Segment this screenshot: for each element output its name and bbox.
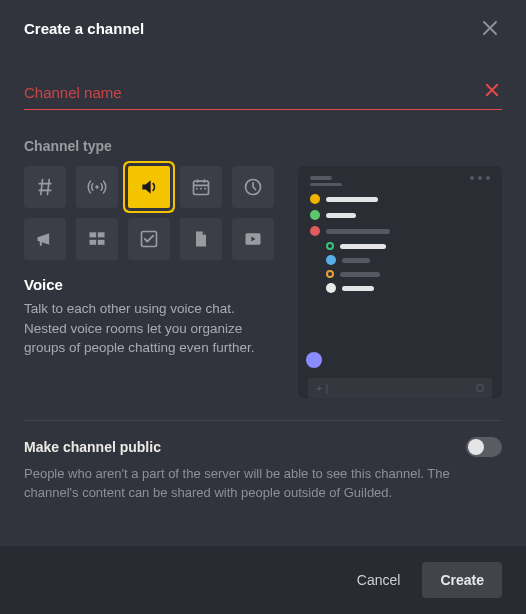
- channel-type-row: Voice Talk to each other using voice cha…: [24, 166, 502, 398]
- channel-name-field: [24, 78, 502, 110]
- divider: [24, 420, 502, 421]
- cancel-button[interactable]: Cancel: [349, 564, 409, 596]
- public-toggle[interactable]: [466, 437, 502, 457]
- create-channel-modal: Create a channel Channel type: [0, 0, 526, 614]
- video-icon: [243, 229, 263, 249]
- create-button[interactable]: Create: [422, 562, 502, 598]
- modal-header: Create a channel: [0, 0, 526, 52]
- clock-icon: [243, 177, 263, 197]
- type-voice[interactable]: [128, 166, 170, 208]
- document-icon: [191, 229, 211, 249]
- public-help-text: People who aren't a part of the server w…: [24, 465, 502, 503]
- close-icon: [482, 20, 498, 36]
- svg-rect-8: [90, 240, 97, 245]
- type-calendar[interactable]: [180, 166, 222, 208]
- type-title: Voice: [24, 276, 274, 293]
- close-button[interactable]: [478, 16, 502, 40]
- broadcast-icon: [87, 177, 107, 197]
- calendar-icon: [191, 177, 211, 197]
- svg-rect-4: [204, 188, 206, 190]
- channel-type-grid: [24, 166, 274, 260]
- hash-icon: [35, 177, 55, 197]
- checkbox-icon: [139, 229, 159, 249]
- megaphone-icon: [35, 229, 55, 249]
- modal-title: Create a channel: [24, 20, 144, 37]
- svg-rect-3: [200, 188, 202, 190]
- plus-icon: + |: [316, 383, 328, 394]
- channel-preview: + |: [298, 166, 502, 398]
- toggle-knob: [468, 439, 484, 455]
- type-announcements[interactable]: [24, 218, 66, 260]
- svg-rect-2: [196, 188, 198, 190]
- speaker-icon: [139, 177, 159, 197]
- public-label: Make channel public: [24, 439, 161, 455]
- type-todo[interactable]: [128, 218, 170, 260]
- type-docs[interactable]: [180, 218, 222, 260]
- type-media[interactable]: [232, 218, 274, 260]
- svg-point-0: [95, 185, 98, 188]
- kanban-icon: [87, 229, 107, 249]
- public-row: Make channel public: [24, 437, 502, 457]
- type-stream[interactable]: [76, 166, 118, 208]
- svg-rect-6: [90, 232, 97, 237]
- type-description: Voice Talk to each other using voice cha…: [24, 276, 274, 358]
- type-list[interactable]: [76, 218, 118, 260]
- close-icon: [485, 83, 499, 97]
- svg-rect-7: [98, 232, 105, 237]
- channel-name-input[interactable]: [24, 78, 502, 110]
- clear-name-button[interactable]: [482, 80, 502, 100]
- type-text[interactable]: [24, 166, 66, 208]
- type-detail: Talk to each other using voice chat. Nes…: [24, 299, 274, 358]
- channel-type-label: Channel type: [24, 138, 502, 154]
- modal-footer: Cancel Create: [0, 546, 526, 614]
- svg-rect-9: [98, 240, 105, 245]
- type-scheduling[interactable]: [232, 166, 274, 208]
- modal-body: Channel type: [0, 52, 526, 546]
